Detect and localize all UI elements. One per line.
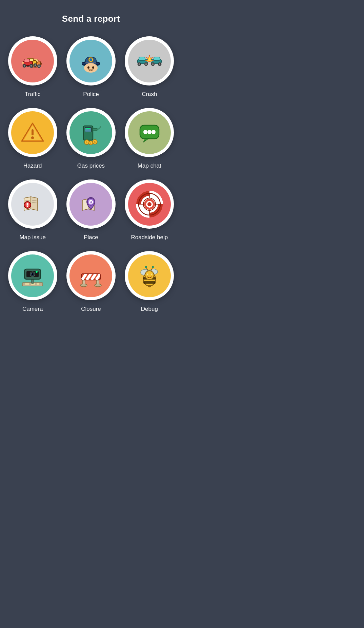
traffic-circle bbox=[8, 36, 57, 85]
svg-rect-131 bbox=[143, 281, 156, 284]
closure-label: Closure bbox=[81, 306, 101, 312]
police-icon-bg bbox=[69, 40, 112, 82]
svg-point-136 bbox=[147, 273, 148, 274]
gas-circle: $ $ $ bbox=[66, 108, 116, 157]
svg-point-133 bbox=[145, 271, 154, 280]
police-label: Police bbox=[83, 91, 99, 98]
report-item-roadside[interactable]: Roadside help bbox=[124, 179, 175, 241]
svg-point-32 bbox=[138, 63, 140, 65]
svg-rect-37 bbox=[154, 57, 160, 60]
camera-label: Camera bbox=[22, 306, 43, 312]
svg-rect-81 bbox=[27, 203, 28, 205]
report-item-traffic[interactable]: Traffic bbox=[7, 36, 58, 98]
svg-point-66 bbox=[143, 130, 147, 134]
svg-point-23 bbox=[89, 58, 92, 61]
svg-point-82 bbox=[27, 205, 28, 207]
police-icon bbox=[77, 47, 104, 75]
svg-rect-91 bbox=[90, 200, 92, 201]
mapissue-circle bbox=[8, 179, 57, 229]
svg-point-137 bbox=[151, 273, 152, 274]
svg-rect-53 bbox=[86, 130, 88, 130]
report-item-hazard[interactable]: Hazard bbox=[7, 108, 58, 169]
svg-marker-71 bbox=[31, 197, 38, 210]
camera-icon bbox=[19, 262, 46, 289]
gas-icon: $ $ $ bbox=[77, 119, 104, 146]
svg-point-100 bbox=[147, 202, 151, 206]
svg-point-48 bbox=[31, 136, 34, 139]
mapissue-label: Map issue bbox=[19, 234, 45, 241]
mapissue-icon-bg bbox=[11, 183, 54, 226]
crash-label: Crash bbox=[142, 91, 157, 98]
svg-point-26 bbox=[84, 63, 98, 73]
gas-label: Gas prices bbox=[77, 163, 105, 169]
svg-point-141 bbox=[152, 266, 154, 268]
svg-point-39 bbox=[152, 63, 154, 65]
report-item-closure[interactable]: Closure bbox=[65, 251, 117, 312]
report-item-mapchat[interactable]: Map chat bbox=[124, 108, 175, 169]
svg-point-16 bbox=[24, 65, 25, 66]
svg-text:$: $ bbox=[86, 141, 87, 144]
report-item-place[interactable]: Place bbox=[65, 179, 117, 241]
hazard-icon-bg bbox=[11, 111, 54, 154]
svg-point-41 bbox=[159, 63, 160, 65]
report-grid: Traffic bbox=[7, 36, 175, 312]
hazard-circle bbox=[8, 108, 57, 157]
debug-icon-bg bbox=[128, 254, 171, 297]
mapchat-icon-bg bbox=[128, 111, 171, 154]
crash-circle bbox=[125, 36, 174, 85]
svg-point-18 bbox=[31, 65, 32, 66]
svg-point-67 bbox=[147, 130, 151, 134]
place-icon bbox=[77, 191, 104, 218]
report-item-mapissue[interactable]: Map issue bbox=[7, 179, 58, 241]
svg-point-140 bbox=[145, 266, 147, 268]
closure-icon bbox=[77, 262, 104, 289]
debug-icon bbox=[136, 262, 163, 289]
svg-point-27 bbox=[87, 66, 89, 69]
report-item-gas[interactable]: $ $ $ Gas prices bbox=[65, 108, 117, 169]
debug-label: Debug bbox=[141, 306, 158, 312]
traffic-icon bbox=[19, 47, 46, 75]
hazard-label: Hazard bbox=[23, 163, 42, 169]
report-item-crash[interactable]: Crash bbox=[124, 36, 175, 98]
svg-point-125 bbox=[80, 284, 87, 287]
camera-icon-bg bbox=[11, 254, 54, 297]
page-title: Send a report bbox=[62, 14, 120, 24]
svg-rect-14 bbox=[24, 59, 30, 62]
place-circle bbox=[66, 179, 116, 229]
roadside-label: Roadside help bbox=[131, 234, 168, 241]
mapchat-circle bbox=[125, 108, 174, 157]
traffic-icon-bg bbox=[11, 40, 54, 82]
place-icon-bg bbox=[69, 183, 112, 226]
svg-point-34 bbox=[145, 63, 147, 65]
svg-point-6 bbox=[38, 65, 40, 67]
svg-rect-106 bbox=[25, 283, 29, 285]
closure-icon-bg bbox=[69, 254, 112, 297]
gas-icon-bg: $ $ $ bbox=[69, 111, 112, 154]
svg-point-115 bbox=[32, 273, 32, 274]
closure-circle bbox=[66, 251, 116, 300]
svg-point-126 bbox=[95, 284, 101, 287]
svg-text:$: $ bbox=[94, 141, 96, 144]
camera-circle bbox=[8, 251, 57, 300]
svg-rect-52 bbox=[86, 128, 90, 129]
svg-rect-30 bbox=[139, 57, 145, 60]
svg-point-132 bbox=[148, 285, 151, 287]
svg-point-12 bbox=[35, 64, 36, 66]
hazard-icon bbox=[19, 119, 46, 146]
roadside-icon-bg bbox=[128, 183, 171, 226]
svg-point-116 bbox=[36, 271, 38, 273]
svg-point-28 bbox=[92, 66, 94, 69]
report-item-debug[interactable]: Debug bbox=[124, 251, 175, 312]
report-item-camera[interactable]: Camera bbox=[7, 251, 58, 312]
svg-point-90 bbox=[90, 201, 92, 203]
crash-icon-bg bbox=[128, 40, 171, 82]
svg-rect-47 bbox=[32, 129, 34, 135]
svg-rect-19 bbox=[22, 62, 24, 64]
report-item-police[interactable]: Police bbox=[65, 36, 117, 98]
svg-point-92 bbox=[92, 201, 93, 201]
roadside-icon bbox=[136, 191, 163, 218]
roadside-circle bbox=[125, 179, 174, 229]
mapissue-icon bbox=[19, 191, 46, 218]
traffic-label: Traffic bbox=[25, 91, 40, 98]
svg-rect-108 bbox=[37, 283, 39, 285]
